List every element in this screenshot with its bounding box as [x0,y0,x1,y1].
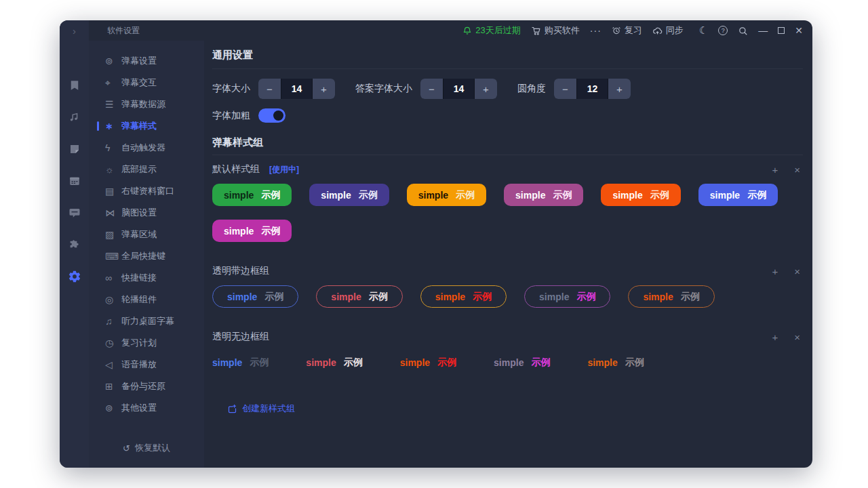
sync-button[interactable]: 同步 [652,24,684,37]
chip-style-name: simple [400,357,430,368]
minimize-button[interactable]: — [758,25,768,36]
expiry-notice[interactable]: 23天后过期 [462,24,520,37]
chip-sample-text: 示例 [264,291,283,303]
add-style-icon[interactable]: + [772,331,778,343]
number-stepper: −14+ [420,79,497,99]
sidebar-item-review-plan[interactable]: ◷复习计划 [89,332,204,354]
setting-label: 圆角度 [517,83,546,95]
style-chip[interactable]: simple示例 [420,285,507,308]
more-menu-icon[interactable]: ··· [590,25,601,36]
app-window: › 软件设置 23天后过期 购买软件 ··· [60,20,812,468]
style-chip[interactable]: simple示例 [212,220,292,242]
divider [212,68,803,69]
settings-gear-icon[interactable] [60,260,89,292]
sidebar-item-label: 自动触发器 [121,142,165,154]
style-chip[interactable]: simple示例 [309,184,389,206]
sidebar-item-global-hotkeys[interactable]: ⌨全局快捷键 [89,245,204,267]
decrement-button[interactable]: − [420,79,443,99]
decrement-button[interactable]: − [554,79,576,99]
sidebar-item-other-settings[interactable]: ⊚其他设置 [89,397,204,419]
style-chip[interactable]: simple示例 [212,184,292,206]
sidebar-item-label: 复习计划 [121,337,157,349]
sidebar-item-voice-playback[interactable]: ◁语音播放 [89,354,204,375]
style-chip[interactable]: simple示例 [306,354,362,371]
style-chip[interactable]: simple示例 [212,354,269,371]
chip-sample-text: 示例 [625,357,644,369]
chip-sample-text: 示例 [456,189,475,201]
music-icon[interactable] [60,101,89,133]
sidebar-item-danmu-style[interactable]: ∗弹幕样式 [89,115,204,137]
sidebar-item-context-doc-window[interactable]: ▤右键资料窗口 [89,180,204,202]
bold-font-toggle[interactable] [258,108,285,123]
sidebar-item-danmu-settings[interactable]: ⊚弹幕设置 [89,50,204,72]
style-group: 透明带边框组+×simple示例simple示例simple示例simple示例… [212,265,803,308]
chip-sample-text: 示例 [650,189,669,201]
chip-sample-text: 示例 [437,357,456,369]
stepper-value[interactable]: 14 [443,79,475,99]
theme-moon-icon[interactable]: ☾ [699,24,708,37]
plugin-puzzle-icon[interactable] [60,228,89,260]
search-icon[interactable] [738,26,748,36]
chip-sample-text: 示例 [473,291,492,303]
delete-group-icon[interactable]: × [794,266,800,277]
chip-style-name: simple [612,190,642,201]
setting-field: 答案字体大小−14+ [355,79,497,99]
sidebar-item-danmu-datasource[interactable]: ☰弹幕数据源 [89,94,204,115]
increment-button[interactable]: + [313,79,335,99]
window-title: 软件设置 [107,25,140,37]
danmu-style-icon: ∗ [105,121,121,131]
style-chip[interactable]: simple示例 [587,354,644,371]
restore-defaults-button[interactable]: ↺ 恢复默认 [89,442,204,454]
other-settings-icon: ⊚ [105,403,121,413]
notes-icon[interactable] [60,133,89,165]
chip-style-name: simple [321,190,351,201]
sidebar-item-carousel-widget[interactable]: ◎轮播组件 [89,289,204,310]
sidebar-item-backup-restore[interactable]: ⊞备份与还原 [89,375,204,397]
buy-software-button[interactable]: 购买软件 [531,24,580,37]
chip-style-name: simple [418,190,448,201]
chip-style-name: simple [212,357,242,368]
chip-sample-text: 示例 [747,189,766,201]
style-chip[interactable]: simple示例 [601,184,680,206]
help-icon[interactable]: ? [718,26,728,35]
review-button[interactable]: 复习 [612,24,642,37]
chip-style-name: simple [515,190,545,201]
delete-group-icon[interactable]: × [794,331,800,343]
chat-icon[interactable] [60,197,89,228]
increment-button[interactable]: + [608,79,631,99]
stepper-value[interactable]: 14 [281,79,313,99]
create-style-group-button[interactable]: 创建新样式组 [227,403,295,415]
chip-sample-text: 示例 [681,291,700,303]
increment-button[interactable]: + [475,79,497,99]
decrement-button[interactable]: − [258,79,281,99]
add-style-icon[interactable]: + [772,266,778,277]
style-chip[interactable]: simple示例 [524,285,610,308]
style-chip[interactable]: simple示例 [504,184,583,206]
expand-chevron-icon[interactable]: › [73,20,76,41]
danmu-datasource-icon: ☰ [105,99,121,110]
calendar-icon[interactable] [60,165,89,197]
sidebar-item-bottom-hint[interactable]: ☼底部提示 [89,159,204,180]
style-chip[interactable]: simple示例 [628,285,714,308]
sidebar-item-mindmap-settings[interactable]: ⋈脑图设置 [89,202,204,224]
add-style-icon[interactable]: + [772,164,778,176]
style-chip[interactable]: simple示例 [212,285,298,308]
style-chip[interactable]: simple示例 [316,285,402,308]
sidebar-item-danmu-region[interactable]: ▨弹幕区域 [89,224,204,245]
sidebar-item-listening-subtitles[interactable]: ♫听力桌面字幕 [89,310,204,332]
context-doc-window-icon: ▤ [105,186,121,197]
sidebar-item-danmu-interact[interactable]: ⌖弹幕交互 [89,72,204,94]
sidebar-item-auto-trigger[interactable]: ϟ自动触发器 [89,137,204,159]
maximize-button[interactable] [778,27,785,34]
sidebar-item-label: 快捷链接 [121,272,157,284]
sidebar-item-quick-links[interactable]: ∞快捷链接 [89,267,204,289]
style-chip[interactable]: simple示例 [494,354,550,371]
style-chip[interactable]: simple示例 [698,184,778,206]
stepper-value[interactable]: 12 [576,79,608,99]
close-button[interactable]: ✕ [795,25,803,36]
style-chip[interactable]: simple示例 [400,354,456,371]
new-group-icon [227,404,237,414]
style-chip[interactable]: simple示例 [407,184,486,206]
book-icon[interactable] [60,69,89,101]
delete-group-icon[interactable]: × [794,164,800,176]
